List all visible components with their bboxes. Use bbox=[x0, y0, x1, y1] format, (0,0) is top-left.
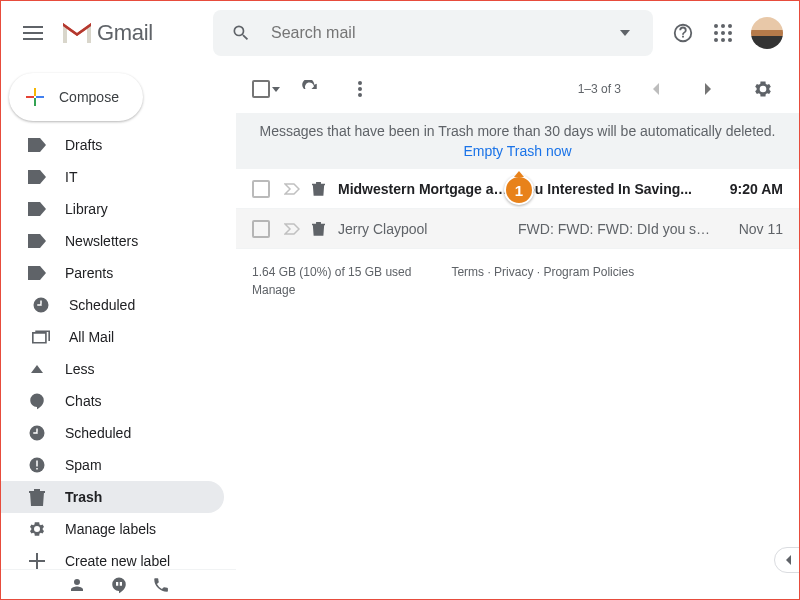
label-icon bbox=[27, 135, 47, 155]
less-icon bbox=[27, 359, 47, 379]
search-input[interactable] bbox=[261, 24, 605, 42]
message-sender: Jerry Claypool bbox=[338, 221, 508, 237]
sidebar-item-all-mail[interactable]: All Mail bbox=[1, 321, 224, 353]
search-container bbox=[213, 10, 653, 56]
chevron-left-icon bbox=[651, 83, 659, 95]
sidebar-item-it[interactable]: IT bbox=[1, 161, 224, 193]
person-icon[interactable] bbox=[68, 576, 86, 594]
plus-icon bbox=[27, 551, 47, 569]
sidebar: Compose DraftsITLibraryNewslettersParent… bbox=[1, 65, 236, 569]
plus-multicolor-icon bbox=[23, 85, 47, 109]
message-subject: You Interested In Saving... bbox=[508, 181, 713, 197]
sidebar-item-label: Spam bbox=[65, 457, 102, 473]
hangouts-icon[interactable] bbox=[110, 576, 128, 594]
search-icon[interactable] bbox=[221, 13, 261, 53]
sidebar-item-label: Manage labels bbox=[65, 521, 156, 537]
sidebar-item-library[interactable]: Library bbox=[1, 193, 224, 225]
sidebar-item-label: Parents bbox=[65, 265, 113, 281]
refresh-icon bbox=[301, 80, 319, 98]
account-avatar[interactable] bbox=[751, 17, 783, 49]
sidebar-item-newsletters[interactable]: Newsletters bbox=[1, 225, 224, 257]
label-icon bbox=[27, 167, 47, 187]
chevron-right-icon bbox=[705, 83, 713, 95]
phone-icon[interactable] bbox=[152, 576, 170, 594]
compose-label: Compose bbox=[59, 89, 119, 105]
settings-button[interactable] bbox=[743, 69, 783, 109]
caret-down-icon bbox=[620, 30, 630, 36]
gmail-logo[interactable]: Gmail bbox=[61, 20, 153, 46]
side-panel-toggle[interactable] bbox=[774, 547, 800, 573]
banner-message: Messages that have been in Trash more th… bbox=[236, 123, 799, 139]
sidebar-item-label: Library bbox=[65, 201, 108, 217]
sidebar-item-label: Newsletters bbox=[65, 233, 138, 249]
sidebar-item-scheduled[interactable]: Scheduled bbox=[1, 417, 224, 449]
message-date: 9:20 AM bbox=[713, 181, 783, 197]
sidebar-item-chats[interactable]: Chats bbox=[1, 385, 224, 417]
gear-icon bbox=[27, 519, 47, 539]
sidebar-item-spam[interactable]: Spam bbox=[1, 449, 224, 481]
svg-point-7 bbox=[721, 38, 725, 42]
svg-point-10 bbox=[358, 81, 362, 85]
next-page-button[interactable] bbox=[689, 69, 729, 109]
important-marker-icon[interactable] bbox=[284, 183, 302, 195]
mail-row[interactable]: Jerry ClaypoolFWD: FWD: FWD: DId you see… bbox=[236, 209, 799, 249]
sidebar-item-create-new-label[interactable]: Create new label bbox=[1, 545, 224, 569]
empty-trash-link[interactable]: Empty Trash now bbox=[463, 143, 571, 159]
google-apps-button[interactable] bbox=[703, 13, 743, 53]
scheduled-icon bbox=[27, 423, 47, 443]
label-icon bbox=[27, 263, 47, 283]
sidebar-item-less[interactable]: Less bbox=[1, 353, 224, 385]
svg-point-3 bbox=[714, 31, 718, 35]
sidebar-item-label: Trash bbox=[65, 489, 102, 505]
important-marker-icon[interactable] bbox=[284, 223, 302, 235]
prev-page-button[interactable] bbox=[635, 69, 675, 109]
trash-icon bbox=[312, 221, 330, 236]
sidebar-item-label: Less bbox=[65, 361, 95, 377]
more-actions-button[interactable] bbox=[340, 69, 380, 109]
sidebar-item-drafts[interactable]: Drafts bbox=[1, 129, 224, 161]
trash-icon bbox=[312, 181, 330, 196]
sidebar-item-label: Scheduled bbox=[69, 297, 135, 313]
svg-point-11 bbox=[358, 87, 362, 91]
sidebar-item-label: All Mail bbox=[69, 329, 114, 345]
trash-info-banner: Messages that have been in Trash more th… bbox=[236, 113, 799, 169]
support-button[interactable] bbox=[663, 13, 703, 53]
more-vert-icon bbox=[358, 81, 362, 97]
message-subject: FWD: FWD: FWD: DId you see ... bbox=[508, 221, 713, 237]
svg-point-1 bbox=[721, 24, 725, 28]
refresh-button[interactable] bbox=[290, 69, 330, 109]
svg-point-4 bbox=[721, 31, 725, 35]
sidebar-item-label: IT bbox=[65, 169, 77, 185]
svg-point-5 bbox=[728, 31, 732, 35]
chevron-left-icon bbox=[784, 555, 791, 565]
svg-point-2 bbox=[728, 24, 732, 28]
svg-point-0 bbox=[714, 24, 718, 28]
sidebar-item-trash[interactable]: Trash bbox=[1, 481, 224, 513]
select-message-checkbox[interactable] bbox=[252, 180, 270, 198]
gmail-wordmark: Gmail bbox=[97, 20, 153, 46]
footer-info: 1.64 GB (10%) of 15 GB used Manage Terms… bbox=[236, 249, 799, 313]
select-all-checkbox[interactable] bbox=[252, 80, 280, 98]
select-message-checkbox[interactable] bbox=[252, 220, 270, 238]
caret-down-icon bbox=[272, 87, 280, 92]
help-icon bbox=[672, 22, 694, 44]
sidebar-item-parents[interactable]: Parents bbox=[1, 257, 224, 289]
sidebar-item-manage-labels[interactable]: Manage labels bbox=[1, 513, 224, 545]
chats-icon bbox=[27, 391, 47, 411]
sidebar-item-scheduled[interactable]: Scheduled bbox=[1, 289, 224, 321]
policy-links[interactable]: Terms · Privacy · Program Policies bbox=[451, 265, 634, 279]
manage-storage-link[interactable]: Manage bbox=[252, 283, 411, 297]
main-menu-button[interactable] bbox=[9, 9, 57, 57]
label-icon bbox=[27, 199, 47, 219]
spam-icon bbox=[27, 455, 47, 475]
search-bar[interactable] bbox=[213, 10, 653, 56]
annotation-marker-1: 1 bbox=[504, 175, 534, 205]
mail-toolbar: 1–3 of 3 bbox=[236, 65, 799, 113]
trash-icon bbox=[27, 487, 47, 507]
pagination-range: 1–3 of 3 bbox=[578, 82, 621, 96]
svg-point-8 bbox=[728, 38, 732, 42]
message-date: Nov 11 bbox=[713, 221, 783, 237]
label-icon bbox=[27, 231, 47, 251]
search-options-dropdown[interactable] bbox=[605, 13, 645, 53]
compose-button[interactable]: Compose bbox=[9, 73, 143, 121]
